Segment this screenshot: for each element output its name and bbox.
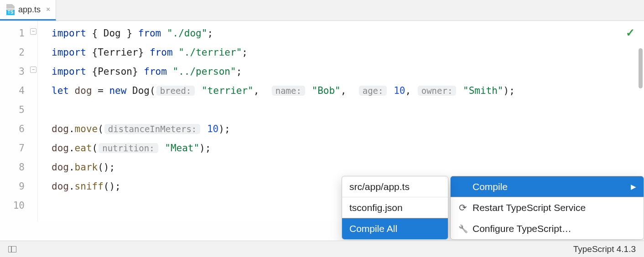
menu-item-compile-tsconfig[interactable]: tsconfig.json bbox=[342, 197, 448, 218]
line-number: 2 bbox=[0, 43, 25, 62]
status-typescript-version[interactable]: TypeScript 4.1.3 bbox=[573, 244, 636, 254]
status-bar: TypeScript 4.1.3 bbox=[0, 241, 644, 257]
line-number: 5 bbox=[0, 100, 25, 119]
menu-label: Compile bbox=[473, 181, 626, 192]
line-number: 7 bbox=[0, 139, 25, 158]
blank-icon bbox=[458, 182, 468, 192]
refresh-icon bbox=[458, 203, 468, 213]
menu-label: Restart TypeScript Service bbox=[473, 202, 636, 213]
line-number: 6 bbox=[0, 119, 25, 139]
close-icon[interactable]: × bbox=[46, 5, 50, 14]
fold-icon[interactable]: − bbox=[30, 28, 36, 35]
ts-file-icon: TS bbox=[5, 4, 16, 15]
menu-item-configure-ts[interactable]: Configure TypeScript… bbox=[451, 218, 644, 239]
line-number: 1 bbox=[0, 24, 25, 43]
menu-label: Configure TypeScript… bbox=[473, 223, 636, 234]
line-number: 4 bbox=[0, 81, 25, 100]
gutter: 1 2 3 4 5 6 7 8 9 10 − − bbox=[0, 21, 37, 221]
menu-item-compile-file[interactable]: src/app/app.ts bbox=[342, 176, 448, 197]
check-icon[interactable]: ✓ bbox=[626, 26, 635, 39]
menu-item-restart-ts[interactable]: Restart TypeScript Service bbox=[451, 197, 644, 218]
fold-icon[interactable]: − bbox=[30, 67, 36, 73]
panel-layout-icon[interactable] bbox=[8, 246, 16, 252]
line-number: 10 bbox=[0, 196, 25, 215]
scrollbar-thumb[interactable] bbox=[639, 48, 643, 88]
menu-item-compile[interactable]: Compile ▶ bbox=[451, 176, 644, 197]
compile-submenu: src/app/app.ts tsconfig.json Compile All bbox=[342, 176, 448, 240]
tab-bar: TS app.ts × bbox=[0, 0, 644, 21]
menu-item-compile-all[interactable]: Compile All bbox=[342, 218, 448, 239]
line-number: 3 bbox=[0, 62, 25, 81]
typescript-context-menu: Compile ▶ Restart TypeScript Service Con… bbox=[450, 176, 644, 240]
menu-label: tsconfig.json bbox=[349, 202, 403, 213]
menu-label: Compile All bbox=[349, 223, 397, 234]
wrench-icon bbox=[458, 224, 468, 234]
menu-label: src/app/app.ts bbox=[349, 181, 410, 192]
line-number: 8 bbox=[0, 158, 25, 177]
chevron-right-icon: ▶ bbox=[631, 183, 636, 191]
tab-label: app.ts bbox=[18, 5, 41, 15]
line-number: 9 bbox=[0, 177, 25, 196]
tab-app-ts[interactable]: TS app.ts × bbox=[0, 0, 56, 21]
